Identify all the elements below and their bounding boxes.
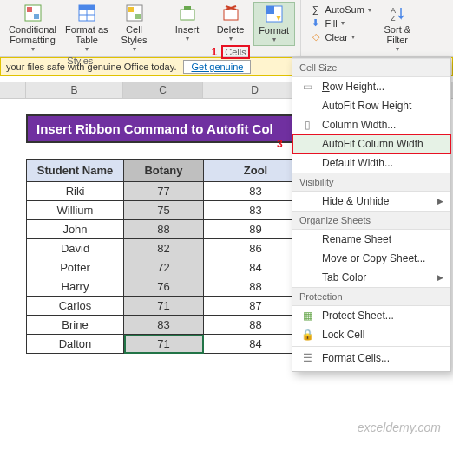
button-label: ConditionalFormatting bbox=[9, 24, 56, 45]
table-row: Potter7284 bbox=[27, 258, 308, 277]
watermark-text: exceldemy.com bbox=[358, 421, 441, 434]
format-cells-icon: ☰ bbox=[299, 352, 315, 364]
svg-rect-8 bbox=[128, 7, 134, 12]
insert-button[interactable]: Insert ▾ bbox=[167, 2, 208, 44]
column-width-icon: ▯ bbox=[299, 119, 315, 131]
menu-label: Rename Sheet bbox=[322, 233, 391, 245]
button-label: Clear bbox=[325, 32, 348, 42]
insert-cells-icon bbox=[179, 3, 196, 23]
conditional-formatting-button[interactable]: ConditionalFormatting ▾ bbox=[5, 2, 60, 55]
get-genuine-button[interactable]: Get genuine bbox=[183, 60, 251, 74]
clear-button[interactable]: ◇Clear▾ bbox=[306, 30, 375, 43]
row-height-icon: ▭ bbox=[299, 81, 315, 93]
menu-label: Column Width... bbox=[322, 119, 396, 131]
svg-rect-12 bbox=[224, 10, 238, 20]
col-student[interactable]: Student Name bbox=[27, 160, 124, 182]
menu-column-width[interactable]: ▯Column Width... bbox=[292, 115, 450, 134]
menu-protect-sheet[interactable]: ▦Protect Sheet... bbox=[292, 306, 450, 325]
menu-row-height[interactable]: ▭Row Row Height...Height... bbox=[292, 77, 450, 96]
table-row: Brine8388 bbox=[27, 316, 308, 335]
dropdown-arrow-icon: ▾ bbox=[186, 35, 189, 42]
menu-label: AutoFit Column Width bbox=[322, 138, 423, 150]
table-row: Dalton7184 bbox=[27, 335, 308, 354]
group-label-cells: 1 Cells bbox=[167, 46, 295, 58]
dropdown-arrow-icon: ▾ bbox=[341, 19, 345, 27]
callout-number-3: 3 bbox=[277, 138, 283, 150]
table-row: Carlos7187 bbox=[27, 297, 308, 316]
format-as-table-button[interactable]: Format asTable ▾ bbox=[62, 2, 112, 55]
format-dropdown-menu: Cell Size ▭Row Row Height...Height... Au… bbox=[292, 57, 451, 372]
dropdown-arrow-icon: ▾ bbox=[133, 45, 136, 53]
submenu-arrow-icon: ▶ bbox=[437, 197, 443, 205]
delete-button[interactable]: Delete ▾ bbox=[210, 2, 252, 44]
dropdown-arrow-icon: ▾ bbox=[351, 33, 355, 41]
format-button[interactable]: Format ▾ bbox=[253, 2, 295, 46]
sort-filter-button[interactable]: AZ Sort &Filter ▾ bbox=[377, 2, 418, 55]
menu-format-cells[interactable]: ☰Format Cells... bbox=[292, 346, 450, 368]
svg-rect-9 bbox=[135, 14, 141, 19]
table-header-row: Student Name Botany Zool bbox=[27, 160, 308, 182]
eraser-icon: ◇ bbox=[310, 31, 322, 42]
menu-hide-unhide[interactable]: Hide & Unhide▶ bbox=[292, 192, 450, 211]
menu-label: Row Row Height...Height... bbox=[322, 81, 384, 93]
svg-rect-16 bbox=[266, 6, 274, 14]
svg-rect-11 bbox=[184, 6, 191, 10]
delete-cells-icon bbox=[222, 3, 240, 23]
button-label: CellStyles bbox=[121, 24, 148, 45]
row-gutter[interactable] bbox=[0, 82, 26, 98]
col-botany[interactable]: Botany bbox=[124, 160, 204, 182]
menu-rename-sheet[interactable]: Rename Sheet bbox=[292, 230, 450, 249]
group-label-styles: Styles bbox=[5, 55, 155, 67]
sort-filter-icon: AZ bbox=[389, 3, 406, 23]
fill-button[interactable]: ⬇Fill▾ bbox=[306, 16, 375, 29]
table-row: Riki7783 bbox=[27, 182, 308, 201]
menu-default-width[interactable]: Default Width... bbox=[292, 153, 450, 173]
autosum-button[interactable]: ∑AutoSum▾ bbox=[306, 3, 375, 16]
menu-autofit-column-width[interactable]: 3 AutoFit Column Width bbox=[292, 134, 450, 153]
cells-group-highlight: Cells bbox=[221, 45, 249, 59]
menu-section-organize: Organize Sheets bbox=[292, 211, 450, 230]
button-label: Delete bbox=[217, 24, 245, 35]
menu-section-visibility: Visibility bbox=[292, 173, 450, 192]
dropdown-arrow-icon: ▾ bbox=[368, 6, 371, 14]
protect-sheet-icon: ▦ bbox=[299, 310, 315, 322]
menu-section-protection: Protection bbox=[292, 287, 450, 306]
data-table: Student Name Botany Zool Riki7783 Williu… bbox=[26, 159, 308, 354]
button-label: Format bbox=[259, 25, 289, 36]
menu-label: AutoFit Row Height bbox=[322, 100, 411, 112]
menu-label: Lock Cell bbox=[322, 329, 364, 341]
format-icon bbox=[266, 4, 283, 23]
menu-label: Move or Copy Sheet... bbox=[322, 252, 425, 264]
sigma-icon: ∑ bbox=[310, 4, 322, 15]
dropdown-arrow-icon: ▾ bbox=[396, 45, 399, 53]
table-row: John8889 bbox=[27, 220, 308, 239]
dropdown-arrow-icon: ▾ bbox=[85, 45, 89, 53]
sheet-title-banner: Insert Ribbon Command to Autofit Col bbox=[26, 114, 307, 143]
button-label: Insert bbox=[175, 24, 200, 35]
menu-tab-color[interactable]: Tab Color▶ bbox=[292, 268, 450, 287]
svg-rect-10 bbox=[181, 10, 194, 20]
svg-text:Z: Z bbox=[391, 14, 396, 22]
column-header-c[interactable]: C bbox=[123, 82, 203, 98]
menu-label: Hide & Unhide bbox=[322, 195, 389, 207]
menu-move-copy-sheet[interactable]: Move or Copy Sheet... bbox=[292, 249, 450, 268]
column-header-b[interactable]: B bbox=[26, 82, 123, 98]
lock-icon: 🔒 bbox=[299, 329, 315, 341]
ribbon-group-cells: Insert ▾ Delete ▾ Format ▾ 1 Cells bbox=[161, 0, 301, 56]
button-label: Fill bbox=[325, 18, 338, 29]
button-label: Format asTable bbox=[65, 24, 108, 45]
menu-lock-cell[interactable]: 🔒Lock Cell bbox=[292, 325, 450, 344]
button-label: Sort &Filter bbox=[384, 24, 411, 45]
conditional-formatting-icon bbox=[24, 3, 42, 23]
menu-label: Format Cells... bbox=[322, 352, 390, 364]
svg-rect-1 bbox=[27, 7, 32, 12]
ribbon-bar: ConditionalFormatting ▾ Format asTable ▾… bbox=[0, 0, 453, 57]
menu-autofit-row-height[interactable]: AutoFit Row Height bbox=[292, 96, 450, 115]
callout-number-1: 1 bbox=[211, 46, 217, 58]
dropdown-arrow-icon: ▾ bbox=[31, 45, 35, 53]
dropdown-arrow-icon: ▾ bbox=[229, 35, 233, 42]
cell-styles-button[interactable]: CellStyles ▾ bbox=[114, 2, 155, 55]
table-row: Harry7688 bbox=[27, 277, 308, 297]
cell-styles-icon bbox=[126, 3, 143, 23]
submenu-arrow-icon: ▶ bbox=[437, 273, 443, 282]
